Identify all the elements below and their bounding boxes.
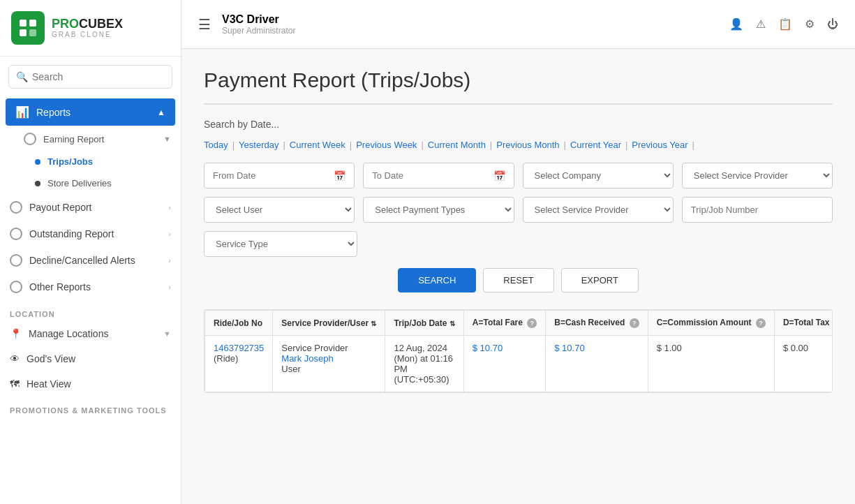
sort-icon-date[interactable]: ⇅ xyxy=(449,320,455,327)
date-link-previous-week[interactable]: Previous Week xyxy=(356,140,417,150)
earning-report-label: Earning Report xyxy=(43,134,104,144)
topbar-title: V3C Driver xyxy=(222,13,295,26)
to-date-input[interactable] xyxy=(372,170,493,181)
date-link-current-month[interactable]: Current Month xyxy=(428,140,486,150)
date-link-previous-month[interactable]: Previous Month xyxy=(496,140,559,150)
sidebar-item-trips-jobs[interactable]: Trips/Jobs xyxy=(25,151,181,172)
reset-button[interactable]: RESET xyxy=(483,268,553,292)
sidebar-item-manage-locations[interactable]: 📍 Manage Locations ▼ xyxy=(0,321,181,346)
svg-rect-0 xyxy=(15,15,40,40)
svg-rect-1 xyxy=(20,20,27,27)
trips-jobs-label: Trips/Jobs xyxy=(47,156,93,167)
cash-received-help-icon[interactable]: ? xyxy=(630,318,639,328)
earning-report-group: Earning Report ▼ Trips/Jobs Store Delive… xyxy=(0,127,181,194)
brand-cubex: CUBEX xyxy=(79,17,123,31)
gods-view-label: God's View xyxy=(27,353,75,364)
manage-locations-label: Manage Locations xyxy=(29,328,108,339)
trip-job-number-field[interactable] xyxy=(682,197,833,223)
date-link-current-week[interactable]: Current Week xyxy=(290,140,345,150)
other-reports-label: Other Reports xyxy=(29,281,91,292)
power-icon[interactable]: ⏻ xyxy=(827,18,838,31)
sidebar-item-gods-view[interactable]: 👁 God's View xyxy=(0,346,181,371)
earning-report-circle xyxy=(24,133,36,145)
heat-view-label: Heat View xyxy=(27,378,71,390)
search-button[interactable]: SEARCH xyxy=(398,268,476,292)
trips-jobs-dot xyxy=(35,159,40,165)
col-total-tax: D=Total Tax ? xyxy=(774,311,833,336)
col-service-provider-user: Service Provider/User ⇅ xyxy=(273,311,385,336)
search-input[interactable] xyxy=(32,71,165,82)
main-content: Payment Report (Trips/Jobs) Search by Da… xyxy=(181,49,855,504)
sidebar-item-store-deliveries[interactable]: Store Deliveries xyxy=(25,172,181,194)
sidebar-item-payout-report[interactable]: Payout Report › xyxy=(0,194,181,221)
date-link-today[interactable]: Today xyxy=(204,140,228,150)
service-provider-select-1[interactable]: Select Service Provider xyxy=(682,163,833,188)
payment-types-select[interactable]: Select Payment Types xyxy=(363,197,514,223)
date-link-previous-year[interactable]: Previous Year xyxy=(632,140,687,150)
ride-type: (Ride) xyxy=(214,353,238,364)
cash-received-link[interactable]: $ 10.70 xyxy=(554,343,584,353)
table-row: 1463792735 (Ride) Service Provider Mark … xyxy=(205,336,833,392)
results-table: Ride/Job No Service Provider/User ⇅ Trip… xyxy=(205,310,833,392)
brand-tagline: GRAB CLONE xyxy=(52,31,123,38)
search-by-date-label: Search by Date... xyxy=(204,119,833,130)
page-title: Payment Report (Trips/Jobs) xyxy=(204,68,833,105)
topbar-left: ☰ V3C Driver Super Administrator xyxy=(198,13,295,36)
sidebar-search-box[interactable]: 🔍 xyxy=(8,65,172,89)
topbar: ☰ V3C Driver Super Administrator 👤 ⚠ 📋 ⚙… xyxy=(181,0,855,49)
earning-report-chevron: ▼ xyxy=(163,135,171,143)
from-date-calendar-icon: 📅 xyxy=(334,170,345,181)
to-date-calendar-icon: 📅 xyxy=(493,170,505,181)
date-link-yesterday[interactable]: Yesterday xyxy=(239,140,278,150)
svg-rect-4 xyxy=(29,29,36,36)
sidebar-item-other-reports[interactable]: Other Reports › xyxy=(0,274,181,300)
payout-report-label: Payout Report xyxy=(29,202,92,213)
cell-ride-job-no: 1463792735 (Ride) xyxy=(205,336,273,392)
hamburger-icon[interactable]: ☰ xyxy=(198,16,211,33)
reports-chevron: ▲ xyxy=(157,108,165,117)
alert-icon[interactable]: ⚠ xyxy=(756,17,766,31)
date-link-current-year[interactable]: Current Year xyxy=(570,140,621,150)
to-date-field[interactable]: 📅 xyxy=(363,163,514,188)
topbar-title-block: V3C Driver Super Administrator xyxy=(222,13,295,36)
user-label: User xyxy=(281,364,300,374)
topbar-subtitle: Super Administrator xyxy=(222,26,295,36)
outstanding-label: Outstanding Report xyxy=(29,228,114,239)
service-provider-name-link[interactable]: Mark Joseph xyxy=(281,353,333,364)
settings-icon[interactable]: ⚙ xyxy=(805,17,815,31)
cell-total-tax: $ 0.00 xyxy=(774,336,833,392)
total-fare-link[interactable]: $ 10.70 xyxy=(473,343,503,353)
user-icon[interactable]: 👤 xyxy=(729,17,743,31)
sidebar-item-reports[interactable]: 📊 Reports ▲ xyxy=(6,98,175,126)
gods-view-icon: 👁 xyxy=(10,353,20,364)
trip-job-number-input[interactable] xyxy=(691,205,824,215)
payout-report-circle xyxy=(10,201,22,214)
service-provider-label: Service Provider xyxy=(281,343,376,353)
app-brand: PROCUBEX GRAB CLONE xyxy=(52,17,123,39)
filter-row-3: Service Type xyxy=(204,231,833,257)
col-commission: C=Commission Amount ? xyxy=(648,311,774,336)
sidebar-item-earning-report[interactable]: Earning Report ▼ xyxy=(14,127,181,151)
service-provider-select-2[interactable]: Select Service Provider xyxy=(523,197,674,223)
sidebar-item-outstanding-report[interactable]: Outstanding Report › xyxy=(0,221,181,247)
export-button[interactable]: EXPORT xyxy=(561,268,639,292)
results-table-container: Ride/Job No Service Provider/User ⇅ Trip… xyxy=(204,309,833,393)
sort-icon[interactable]: ⇅ xyxy=(371,320,376,327)
sidebar-item-decline-cancelled[interactable]: Decline/Cancelled Alerts › xyxy=(0,247,181,274)
sidebar-item-heat-view[interactable]: 🗺 Heat View xyxy=(0,371,181,396)
main-area: ☰ V3C Driver Super Administrator 👤 ⚠ 📋 ⚙… xyxy=(181,0,855,504)
notes-icon[interactable]: 📋 xyxy=(778,17,792,31)
from-date-field[interactable]: 📅 xyxy=(204,163,355,188)
location-section-label: LOCATION xyxy=(0,300,181,321)
table-body: 1463792735 (Ride) Service Provider Mark … xyxy=(205,336,833,392)
filter-row-1: 📅 📅 Select Company Select Service Provid… xyxy=(204,163,833,188)
ride-job-link[interactable]: 1463792735 xyxy=(214,343,264,353)
commission-help-icon[interactable]: ? xyxy=(756,318,766,328)
user-select[interactable]: Select User xyxy=(204,197,355,223)
table-header-row: Ride/Job No Service Provider/User ⇅ Trip… xyxy=(205,311,833,336)
service-type-select[interactable]: Service Type xyxy=(204,231,357,257)
col-cash-received: B=Cash Received ? xyxy=(546,311,648,336)
total-fare-help-icon[interactable]: ? xyxy=(527,318,537,328)
company-select[interactable]: Select Company xyxy=(523,163,674,188)
from-date-input[interactable] xyxy=(213,170,334,181)
